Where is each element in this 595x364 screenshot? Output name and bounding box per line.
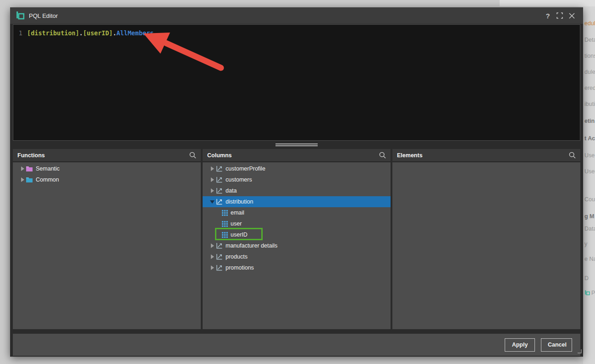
background-window-edge [500,0,595,6]
tree-item-label: user [231,221,242,227]
background-text-fragment: Data [584,226,595,232]
pql-code-editor[interactable]: 1 [distribution].[userID].AllMembers [13,24,580,141]
page-background: { "window": { "title": "PQL Editor", "he… [0,0,595,364]
functions-panel: Functions Semantic Common [13,149,201,329]
close-button[interactable] [566,10,578,22]
tree-item-user[interactable]: user [203,218,391,229]
table-axis-icon [215,264,223,271]
tree-item-label: customers [226,176,252,183]
expand-caret-icon[interactable] [19,166,26,171]
background-text-fragment: P [584,290,595,297]
resize-grip-icon[interactable] [577,347,582,355]
tree-item-products[interactable]: products [203,251,391,262]
expand-caret-icon[interactable] [209,265,215,270]
background-text-fragment: dule [584,69,595,75]
tree-item-label: products [226,254,248,260]
apply-button[interactable]: Apply [505,338,535,352]
background-text-fragment: Detail [584,37,595,43]
expand-caret-icon[interactable] [209,188,215,193]
background-text-fragment: Coun [584,196,595,203]
background-text-fragment: edule [584,20,595,27]
tree-item-label: data [226,188,237,194]
expand-caret-icon[interactable] [19,177,26,182]
tree-item-data[interactable]: data [203,185,391,196]
table-axis-icon [215,242,223,249]
search-icon[interactable] [569,152,576,159]
elements-panel: Elements [392,149,580,329]
tree-item-manufacturer-details[interactable]: manufacturer details [203,240,391,251]
table-axis-icon [215,198,223,205]
columns-panel-title: Columns [207,152,231,159]
tree-item-distribution-selected[interactable]: distribution [203,196,391,207]
tree-item-label: Common [36,176,59,183]
background-text-fragment: e Na [584,256,595,262]
tree-item-label: Semantic [36,165,60,172]
cancel-button[interactable]: Cancel [541,338,572,352]
column-grid-icon [222,210,228,216]
tree-item-label: userID [231,232,248,238]
functions-panel-header: Functions [13,149,201,162]
background-text-fragment: Users [584,168,595,175]
maximize-button[interactable] [554,10,566,22]
collapse-caret-icon[interactable] [209,200,215,204]
column-grid-icon [222,221,228,227]
table-axis-icon [215,187,223,194]
background-text-fragment: tions [584,53,595,59]
table-axis-icon [215,253,223,260]
table-axis-icon [215,176,223,183]
elements-list-empty [392,162,580,329]
functions-panel-title: Functions [17,152,45,159]
dialog-footer: Apply Cancel [13,334,580,356]
tree-item-label: manufacturer details [226,243,277,249]
tree-item-label: promotions [226,265,254,271]
pql-editor-dialog: PQL Editor ? 1 [distribution].[userID].A… [10,7,583,357]
column-grid-icon [222,232,228,238]
tree-item-common[interactable]: Common [13,174,201,185]
tree-item-userid[interactable]: userID [203,229,391,240]
editor-panels-splitter [10,141,583,149]
tree-item-label: email [231,210,244,216]
expand-caret-icon[interactable] [209,243,215,248]
columns-panel-header: Columns [203,149,391,162]
pql-logo-icon [16,11,25,20]
elements-panel-title: Elements [397,152,423,159]
folder-icon-pink [26,165,33,172]
folder-icon-teal [26,176,33,183]
pql-icon [584,290,590,297]
tree-item-customers[interactable]: customers [203,174,391,185]
elements-panel-header: Elements [392,149,580,162]
expand-caret-icon[interactable] [209,177,215,182]
columns-panel: Columns customerProfile customers [203,149,391,329]
dialog-title: PQL Editor [29,12,58,19]
tree-item-customerprofile[interactable]: customerProfile [203,163,391,174]
background-text-fragment: g M [584,213,595,220]
tree-item-promotions[interactable]: promotions [203,262,391,273]
background-text-fragment: etin [584,118,595,124]
tree-item-email[interactable]: email [203,207,391,218]
code-line: 1 [distribution].[userID].AllMembers [13,28,580,38]
columns-tree: customerProfile customers data distribut… [203,162,391,329]
table-axis-icon [215,165,223,172]
search-icon[interactable] [379,152,386,159]
dialog-titlebar[interactable]: PQL Editor ? [10,7,583,24]
help-button[interactable]: ? [542,10,554,22]
line-number: 1 [13,28,27,38]
tree-item-label: customerProfile [226,165,265,172]
pql-expression: [distribution].[userID].AllMembers [27,28,154,38]
background-text-fragment: t Acc [584,135,595,142]
expand-caret-icon[interactable] [209,254,215,259]
background-text-fragment: y [584,241,587,247]
background-text-fragment: D [584,275,589,281]
search-icon[interactable] [189,152,196,159]
background-text-fragment: Use [584,152,595,159]
tree-item-label: distribution [226,199,253,205]
background-text-fragment: ered [584,85,595,91]
background-text-fragment: ibuti [584,101,595,107]
splitter-grip-handle[interactable] [275,143,318,147]
panels-row: Functions Semantic Common [13,149,580,329]
tree-item-semantic[interactable]: Semantic [13,163,201,174]
functions-tree: Semantic Common [13,162,201,329]
expand-caret-icon[interactable] [209,166,215,171]
